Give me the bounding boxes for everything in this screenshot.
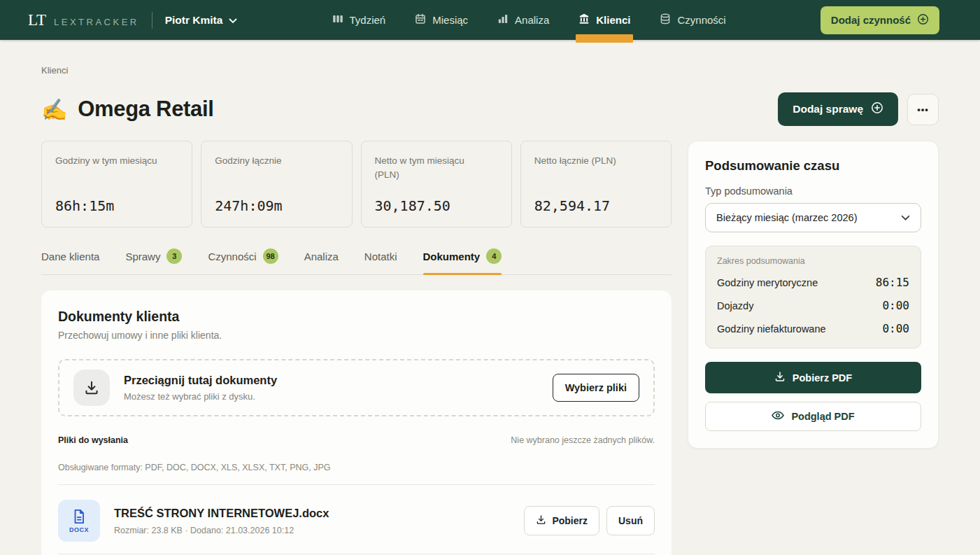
add-case-button[interactable]: Dodaj sprawę bbox=[778, 92, 898, 126]
file-dropzone[interactable]: Przeciągnij tutaj dokumenty Możesz też w… bbox=[58, 359, 655, 416]
plus-circle-icon bbox=[917, 13, 929, 27]
row-value: 0:00 bbox=[882, 322, 909, 335]
stat-card-hours-month: Godziny w tym miesiącu 86h:15m bbox=[41, 141, 192, 227]
stat-card-net-month: Netto w tym miesiącu (PLN) 30,187.50 bbox=[361, 141, 512, 227]
summary-title: Podsumowanie czasu bbox=[705, 158, 921, 174]
dropzone-text: Przeciągnij tutaj dokumenty Możesz też w… bbox=[124, 374, 277, 402]
download-pdf-button[interactable]: Pobierz PDF bbox=[705, 362, 921, 393]
dropzone-subtitle: Możesz też wybrać pliki z dysku. bbox=[124, 391, 277, 402]
summary-row-niefakturowane: Godziny niefakturowane 0:00 bbox=[717, 322, 909, 335]
nav-item-label: Klienci bbox=[596, 14, 630, 26]
stat-value: 82,594.17 bbox=[534, 197, 658, 214]
choose-files-button[interactable]: Wybierz pliki bbox=[553, 374, 639, 402]
client-name: Omega Retail bbox=[78, 97, 214, 122]
stat-cards: Godziny w tym miesiącu 86h:15m Godziny ł… bbox=[41, 141, 672, 227]
tab-label: Analiza bbox=[304, 251, 339, 262]
plus-circle-icon bbox=[871, 101, 883, 117]
app-logo[interactable]: LT LEXTRACKER bbox=[28, 11, 139, 29]
stat-label: Godziny w tym miesiącu bbox=[55, 154, 160, 168]
docx-file-icon: DOCX bbox=[58, 500, 100, 542]
tab-count-badge: 98 bbox=[263, 248, 278, 264]
pending-files-row: Pliki do wysłania Nie wybrano jeszcze ża… bbox=[58, 435, 655, 445]
stack-icon bbox=[660, 13, 671, 27]
nav-item-label: Analiza bbox=[515, 14, 549, 26]
building-icon bbox=[578, 13, 590, 27]
row-label: Dojazdy bbox=[717, 300, 753, 311]
summary-range-box: Zakres podsumowania Godziny merytoryczne… bbox=[705, 246, 921, 349]
stat-value: 30,187.50 bbox=[375, 197, 498, 214]
more-actions-button[interactable]: ••• bbox=[907, 94, 939, 125]
tab-analiza[interactable]: Analiza bbox=[304, 248, 339, 274]
tab-czynnosci[interactable]: Czynności 98 bbox=[208, 248, 278, 274]
sidebar: Podsumowanie czasu Typ podsumowania Bież… bbox=[688, 141, 939, 449]
client-tabs: Dane klienta Sprawy 3 Czynności 98 Anali… bbox=[41, 248, 672, 275]
summary-type-select[interactable]: Bieżący miesiąc (marzec 2026) bbox=[705, 203, 921, 232]
nav-item-label: Czynności bbox=[677, 14, 725, 26]
nav-item-miesiac[interactable]: Miesiąc bbox=[415, 0, 468, 40]
eye-icon bbox=[772, 411, 784, 422]
chevron-down-icon bbox=[901, 212, 910, 223]
tab-label: Dane klienta bbox=[41, 251, 99, 262]
tab-label: Czynności bbox=[208, 251, 256, 262]
stat-value: 86h:15m bbox=[55, 197, 178, 214]
preview-pdf-button[interactable]: Podgląd PDF bbox=[705, 402, 921, 431]
user-menu[interactable]: Piotr Kmita bbox=[165, 14, 238, 27]
add-activity-label: Dodaj czynność bbox=[831, 14, 911, 26]
bar-chart-icon bbox=[497, 13, 509, 27]
preview-pdf-label: Podgląd PDF bbox=[791, 411, 854, 422]
nav-item-klienci[interactable]: Klienci bbox=[578, 0, 630, 40]
ellipsis-icon: ••• bbox=[917, 104, 929, 115]
divider bbox=[58, 554, 655, 554]
row-label: Godziny merytoryczne bbox=[717, 277, 818, 288]
user-name: Piotr Kmita bbox=[165, 14, 223, 27]
download-icon bbox=[73, 370, 110, 406]
supported-formats-text: Obsługiwane formaty: PDF, DOC, DOCX, XLS… bbox=[58, 463, 655, 472]
download-pdf-label: Pobierz PDF bbox=[793, 372, 852, 384]
file-name: TREŚĆ STRONY INTERNETOWEJ.docx bbox=[114, 507, 329, 520]
file-row: DOCX TREŚĆ STRONY INTERNETOWEJ.docx Rozm… bbox=[58, 500, 655, 542]
file-download-button[interactable]: Pobierz bbox=[524, 506, 599, 535]
download-icon bbox=[774, 371, 786, 384]
time-summary-card: Podsumowanie czasu Typ podsumowania Bież… bbox=[688, 141, 939, 449]
nav-item-czynnosci[interactable]: Czynności bbox=[660, 0, 725, 40]
tab-count-badge: 4 bbox=[486, 248, 502, 264]
file-delete-button[interactable]: Usuń bbox=[606, 506, 655, 535]
tab-dane-klienta[interactable]: Dane klienta bbox=[41, 248, 99, 274]
documents-title: Dokumenty klienta bbox=[58, 309, 655, 325]
row-label: Godziny niefakturowane bbox=[717, 323, 826, 335]
tab-label: Notatki bbox=[364, 251, 397, 262]
file-actions: Pobierz Usuń bbox=[524, 506, 655, 535]
chevron-down-icon bbox=[229, 14, 237, 27]
writing-hand-emoji-icon: ✍️ bbox=[41, 97, 67, 122]
tab-sprawy[interactable]: Sprawy 3 bbox=[125, 248, 182, 274]
nav-item-analiza[interactable]: Analiza bbox=[497, 0, 549, 40]
add-activity-button[interactable]: Dodaj czynność bbox=[821, 6, 939, 34]
stat-label: Godziny łącznie bbox=[215, 154, 320, 168]
page-content: Klienci ✍️ Omega Retail Dodaj sprawę •••… bbox=[0, 65, 980, 555]
download-icon bbox=[536, 514, 546, 527]
main-column: Godziny w tym miesiącu 86h:15m Godziny ł… bbox=[41, 141, 672, 555]
tab-dokumenty[interactable]: Dokumenty 4 bbox=[423, 248, 502, 274]
stat-card-net-total: Netto łącznie (PLN) 82,594.17 bbox=[520, 141, 672, 227]
nav-item-label: Miesiąc bbox=[432, 14, 468, 26]
range-label: Zakres podsumowania bbox=[717, 256, 909, 266]
add-case-label: Dodaj sprawę bbox=[793, 103, 863, 115]
columns-icon bbox=[332, 13, 343, 27]
calendar-icon bbox=[415, 13, 426, 27]
tab-label: Sprawy bbox=[125, 251, 160, 262]
row-value: 86:15 bbox=[876, 276, 909, 289]
file-meta: Rozmiar: 23.8 KB · Dodano: 21.03.2026 10… bbox=[114, 526, 329, 535]
nav-item-tydzien[interactable]: Tydzień bbox=[332, 0, 386, 40]
breadcrumb[interactable]: Klienci bbox=[41, 65, 939, 76]
file-type-label: DOCX bbox=[69, 526, 89, 533]
dropzone-title: Przeciągnij tutaj dokumenty bbox=[124, 374, 277, 387]
file-download-label: Pobierz bbox=[552, 515, 588, 526]
navbar-divider bbox=[152, 12, 152, 29]
active-nav-indicator bbox=[576, 34, 633, 43]
file-delete-label: Usuń bbox=[618, 515, 643, 526]
documents-subtitle: Przechowuj umowy i inne pliki klienta. bbox=[58, 330, 655, 341]
page-header: ✍️ Omega Retail Dodaj sprawę ••• bbox=[41, 92, 939, 126]
tab-notatki[interactable]: Notatki bbox=[364, 248, 397, 274]
summary-type-label: Typ podsumowania bbox=[705, 185, 921, 197]
header-actions: Dodaj sprawę ••• bbox=[778, 92, 939, 126]
